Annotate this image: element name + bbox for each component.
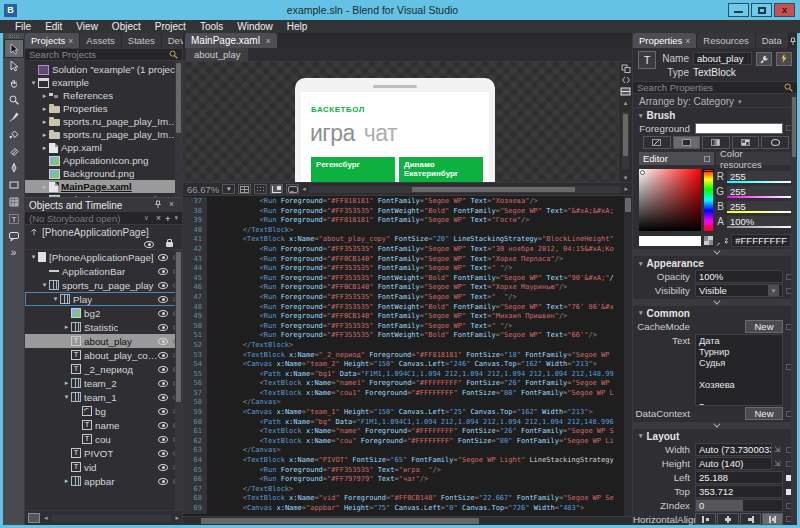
code-line[interactable]: 40 </TextBlock>	[183, 226, 624, 236]
common-section-collapse[interactable]	[633, 422, 797, 429]
design-view-icon[interactable]	[621, 64, 631, 73]
eye-icon[interactable]	[158, 310, 168, 317]
minimize-button[interactable]	[728, 3, 749, 17]
code-view-icon[interactable]	[621, 76, 631, 84]
solid-brush-button[interactable]	[673, 136, 701, 149]
expander-icon[interactable]: ▸	[62, 323, 71, 331]
menu-window[interactable]: Window	[230, 20, 280, 33]
object-tree-item[interactable]: vid	[25, 460, 182, 474]
more-tools-button[interactable]: »	[5, 244, 23, 261]
code-line[interactable]: 54 <Canvas x:Name="team_2" Height="150" …	[183, 360, 624, 370]
cachemode-new-button[interactable]: New	[745, 320, 783, 333]
events-view-button[interactable]	[776, 52, 792, 66]
menu-edit[interactable]: Edit	[38, 20, 69, 33]
eye-icon[interactable]	[158, 436, 168, 443]
code-line[interactable]: 46 <Run Foreground="#FF0CB140" FontFamil…	[183, 283, 624, 293]
properties-search-input[interactable]: Search Properties	[633, 81, 797, 94]
zindex-slider[interactable]: 0	[695, 499, 783, 512]
tool-pen[interactable]	[5, 159, 23, 176]
expander-icon[interactable]: ▾	[29, 253, 38, 261]
expander-icon[interactable]: ▸	[62, 477, 71, 485]
new-storyboard-icon[interactable]: +	[165, 213, 171, 224]
object-tree-item[interactable]: _2_период	[25, 362, 182, 376]
tab-assets[interactable]: Assets	[80, 33, 121, 48]
menu-project[interactable]: Project	[148, 20, 193, 33]
code-line[interactable]: 56 <TextBlock x:Name="name1" Foreground=…	[183, 379, 624, 389]
align-stretch-button[interactable]	[762, 513, 783, 525]
expander-icon[interactable]: ▸	[62, 379, 71, 387]
projects-search-input[interactable]: Search Projects	[25, 48, 182, 61]
tool-grid[interactable]	[5, 193, 23, 210]
code-line[interactable]: 44 <Run Foreground="#FF353535" FontFamil…	[183, 264, 624, 274]
align-left-button[interactable]	[695, 513, 716, 525]
code-line[interactable]: 68 <TextBlock x:Name="vid" Foreground="#…	[183, 494, 624, 504]
code-line[interactable]: 41 <TextBlock x:Name="about_play_copy" F…	[183, 235, 624, 245]
align-center-button[interactable]	[717, 513, 738, 525]
hex-color-input[interactable]: #FFFFFFFF	[731, 234, 791, 247]
editor-hscrollbar[interactable]	[183, 516, 632, 525]
show-grid-button[interactable]	[238, 184, 251, 194]
code-line[interactable]: 67 </TextBlock>	[183, 485, 624, 495]
annotations-button[interactable]	[286, 184, 299, 194]
channel-input[interactable]: 100%	[727, 216, 791, 228]
code-line[interactable]: 50 <Run Foreground="#FF353535" FontFamil…	[183, 322, 624, 332]
artboard-hscrollbar[interactable]	[309, 186, 622, 193]
phone-screen[interactable]: БАСКЕТБОЛ играчат РегенсбургДинамо Екате…	[301, 92, 489, 182]
project-tree-item[interactable]: ▸sports.ru_page_play_Images1	[25, 128, 182, 141]
split-view-icon[interactable]	[620, 87, 631, 96]
tool-selection[interactable]	[5, 40, 23, 57]
scroll-down-icon[interactable]: ▾	[624, 174, 628, 182]
snapping-button[interactable]	[270, 184, 283, 194]
eye-icon[interactable]	[158, 352, 168, 359]
code-line[interactable]: 52 </TextBlock>	[183, 341, 624, 351]
left-input[interactable]: 25.188	[695, 471, 783, 484]
tool-eraser[interactable]	[5, 142, 23, 159]
code-line[interactable]: 45 <Run Foreground="#FF353535" FontWeigh…	[183, 274, 624, 284]
code-line[interactable]: 51 <Run Foreground="#FF353535" FontWeigh…	[183, 331, 624, 341]
hue-slider[interactable]	[704, 169, 713, 231]
close-panel-icon[interactable]: ×	[169, 199, 174, 209]
channel-input[interactable]: 255	[727, 201, 791, 213]
visibility-select[interactable]: Visible ▾	[695, 284, 783, 297]
code-line[interactable]: 38 <Run Foreground="#FF353535" FontWeigh…	[183, 207, 624, 217]
tool-eyedropper[interactable]	[5, 108, 23, 125]
tab-data[interactable]: Data	[756, 33, 788, 48]
channel-input[interactable]: 255	[727, 186, 791, 198]
scope-up-icon[interactable]	[29, 227, 39, 237]
project-tree-item[interactable]: SplashScreenImage.jpg	[25, 193, 182, 197]
tool-controls[interactable]	[5, 227, 23, 244]
close-storyboard-icon[interactable]: ×	[156, 213, 161, 223]
scroll-left-icon[interactable]: ◂	[302, 185, 306, 193]
editor-vscrollbar[interactable]	[624, 196, 632, 516]
brush-section-collapse[interactable]	[633, 249, 797, 256]
arrange-by-dropdown[interactable]: Arrange by: Category ▾	[633, 96, 797, 108]
channel-input[interactable]: 255	[727, 171, 791, 183]
menu-file[interactable]: File	[8, 20, 38, 33]
team-tile[interactable]: Динамо Екатеринбург	[399, 157, 483, 182]
scroll-right-icon[interactable]: ▸	[175, 514, 179, 522]
tool-zoom[interactable]	[5, 91, 23, 108]
code-line[interactable]: 43 <Run Foreground="#FF0CB140" FontFamil…	[183, 255, 624, 265]
expander-icon[interactable]: ▾	[29, 79, 38, 87]
expander-icon[interactable]: ▸	[40, 144, 49, 152]
project-tree-item[interactable]: ▸References	[25, 89, 182, 102]
tool-paint-bucket[interactable]	[5, 125, 23, 142]
auto-size-icon[interactable]: ⇲	[774, 459, 783, 468]
objects-panel-header[interactable]: Objects and Timeline ×	[25, 197, 182, 212]
eye-icon[interactable]	[158, 324, 168, 331]
name-input[interactable]: about_play	[693, 52, 752, 65]
menu-help[interactable]: Help	[280, 20, 315, 33]
eye-icon[interactable]	[158, 282, 168, 289]
appearance-section-collapse[interactable]	[633, 299, 797, 306]
tab-states[interactable]: States	[122, 33, 161, 48]
title-bar[interactable]: B example.sln - Blend for Visual Studio …	[0, 0, 800, 20]
object-tree-item[interactable]: ApplicationBar	[25, 264, 182, 278]
expander-icon[interactable]: ▸	[40, 183, 49, 191]
storyboard-picker[interactable]: (No Storyboard open) ∨ × + ▾	[25, 212, 182, 225]
grip-handle[interactable]	[9, 35, 19, 38]
expander-icon[interactable]: ▸	[40, 118, 49, 126]
foreground-swatch[interactable]	[695, 123, 783, 134]
expander-icon[interactable]: ▸	[40, 105, 49, 113]
eye-icon[interactable]	[158, 268, 168, 275]
tool-rectangle[interactable]	[5, 176, 23, 193]
